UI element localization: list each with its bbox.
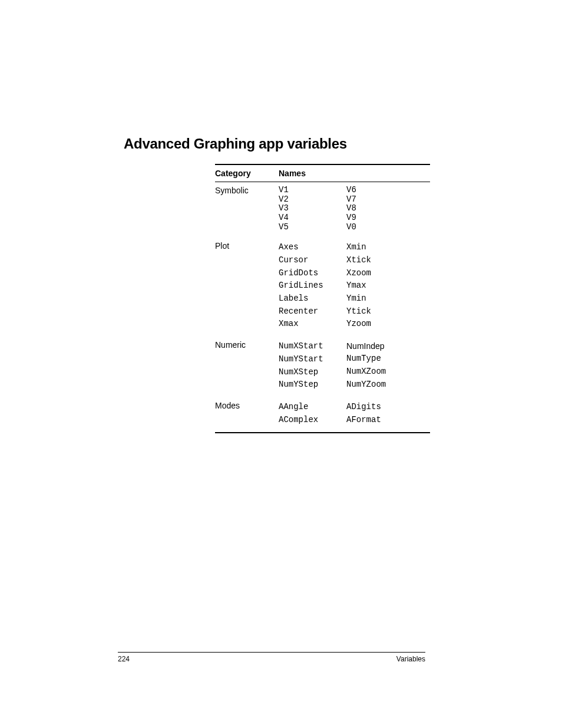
variable-name: NumIndep: [346, 340, 414, 353]
names-subcolumn: V1V2V3V4V5: [279, 186, 346, 232]
variable-name: V2: [279, 195, 346, 205]
table-row: PlotAxesCursorGridDotsGridLinesLabelsRec…: [215, 238, 430, 337]
variable-name: NumXStep: [279, 366, 346, 379]
variable-name: NumYZoom: [346, 378, 414, 391]
variable-name: V6: [346, 186, 414, 195]
variable-name: V5: [279, 223, 346, 232]
table-row: ModesAAngleAComplexADigitsAFormat: [215, 397, 430, 432]
variable-name: AComplex: [279, 414, 346, 427]
variable-name: Cursor: [279, 254, 346, 267]
variable-name: GridDots: [279, 267, 346, 280]
variable-name: V1: [279, 186, 346, 195]
variable-name: Xmin: [346, 241, 414, 254]
variable-name: V9: [346, 213, 414, 223]
names-subcolumn: NumXStartNumYStartNumXStepNumYStep: [279, 340, 346, 391]
names-subcolumn: AAngleAComplex: [279, 401, 346, 426]
variable-name: Yzoom: [346, 318, 414, 331]
names-cell: AxesCursorGridDotsGridLinesLabelsRecente…: [279, 241, 430, 331]
variable-name: NumYStart: [279, 353, 346, 366]
variable-name: V8: [346, 204, 414, 213]
table-body: SymbolicV1V2V3V4V5V6V7V8V9V0PlotAxesCurs…: [215, 182, 430, 432]
variable-name: Labels: [279, 292, 346, 305]
variable-name: GridLines: [279, 279, 346, 292]
variable-name: Xmax: [279, 318, 346, 331]
variable-name: Recenter: [279, 305, 346, 318]
names-cell: V1V2V3V4V5V6V7V8V9V0: [279, 186, 430, 232]
variable-name: Axes: [279, 241, 346, 254]
variable-name: NumYStep: [279, 378, 346, 391]
names-cell: NumXStartNumYStartNumXStepNumYStepNumInd…: [279, 340, 430, 391]
header-category: Category: [215, 169, 279, 178]
variable-name: NumXStart: [279, 340, 346, 353]
names-subcolumn: XminXtickXzoomYmaxYminYtickYzoom: [346, 241, 414, 331]
header-names: Names: [279, 169, 430, 178]
variable-name: V0: [346, 223, 414, 232]
category-cell: Numeric: [215, 340, 279, 391]
variable-name: V3: [279, 204, 346, 213]
names-subcolumn: NumIndepNumTypeNumXZoomNumYZoom: [346, 340, 414, 391]
section-name: Variables: [396, 655, 425, 663]
variable-name: Xzoom: [346, 267, 414, 280]
variable-name: V7: [346, 195, 414, 205]
variable-name: Xtick: [346, 254, 414, 267]
table-row: SymbolicV1V2V3V4V5V6V7V8V9V0: [215, 182, 430, 238]
names-subcolumn: AxesCursorGridDotsGridLinesLabelsRecente…: [279, 241, 346, 331]
names-subcolumn: ADigitsAFormat: [346, 401, 414, 426]
variable-name: ADigits: [346, 401, 414, 414]
variable-name: Ymin: [346, 292, 414, 305]
category-cell: Modes: [215, 401, 279, 426]
variable-name: AAngle: [279, 401, 346, 414]
variable-name: AFormat: [346, 414, 414, 427]
category-cell: Symbolic: [215, 186, 279, 232]
variable-name: V4: [279, 213, 346, 223]
table-header-row: Category Names: [215, 165, 430, 182]
variable-name: NumXZoom: [346, 365, 414, 378]
names-subcolumn: V6V7V8V9V0: [346, 186, 414, 232]
table-row: NumericNumXStartNumYStartNumXStepNumYSte…: [215, 337, 430, 397]
variable-name: NumType: [346, 353, 414, 365]
variable-name: Ytick: [346, 305, 414, 318]
page-footer: 224 Variables: [118, 652, 425, 663]
names-cell: AAngleAComplexADigitsAFormat: [279, 401, 430, 426]
variables-table: Category Names SymbolicV1V2V3V4V5V6V7V8V…: [215, 164, 430, 433]
variable-name: Ymax: [346, 279, 414, 292]
page-number: 224: [118, 655, 130, 663]
category-cell: Plot: [215, 241, 279, 331]
table-bottom-rule: [215, 432, 430, 433]
page-heading: Advanced Graphing app variables: [124, 136, 444, 152]
